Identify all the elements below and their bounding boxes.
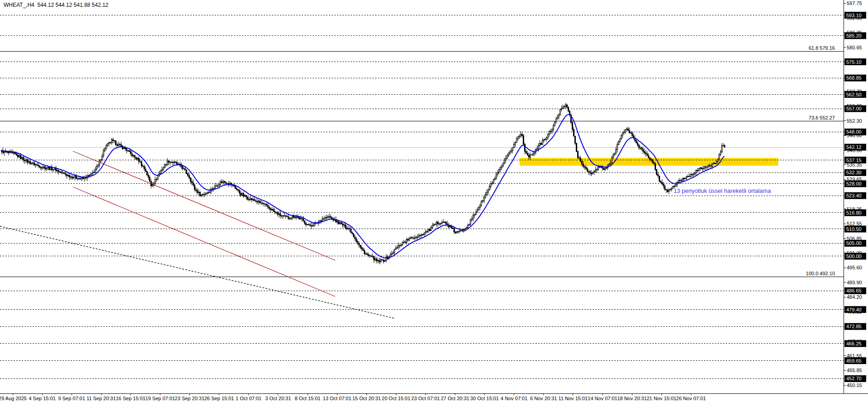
candle-body (701, 168, 702, 169)
candle-body (221, 182, 222, 182)
candle-body (407, 239, 408, 240)
candle-body (656, 170, 657, 175)
candle-body (723, 145, 723, 146)
candle-body (502, 163, 503, 166)
candle-body (475, 212, 476, 214)
candle-body (646, 153, 647, 155)
candle-body (413, 238, 414, 238)
candle-body (710, 166, 711, 166)
y-axis-badge: 459.65 (846, 358, 862, 364)
candle-body (357, 241, 358, 243)
candle-body (549, 132, 550, 134)
candle-body (362, 249, 363, 251)
candle-body (562, 107, 563, 108)
candle-body (409, 239, 410, 240)
candle-body (508, 153, 509, 156)
candle-body (319, 221, 320, 222)
candle-body (203, 195, 204, 195)
candle-body (425, 232, 426, 233)
y-axis-label: 484.20 (847, 294, 862, 300)
candle-body (292, 216, 293, 218)
candle-body (263, 204, 264, 204)
candle-body (74, 176, 75, 177)
price-chart-canvas[interactable]: 61.8 579.1673,6 552.27100.0 492.10597.75… (0, 0, 868, 402)
candle-body (530, 155, 530, 158)
candle-body (312, 225, 313, 226)
candle-body (95, 169, 96, 172)
candle-body (322, 219, 323, 221)
ema-line[interactable] (1, 115, 724, 258)
candle-body (599, 167, 600, 168)
candle-body (82, 178, 83, 178)
candle-body (661, 182, 662, 184)
candle-body (44, 167, 45, 169)
candle-body (377, 261, 378, 261)
candle-body (579, 158, 579, 158)
candle-body (282, 216, 283, 216)
candle-body (80, 178, 81, 179)
candle-body (611, 158, 612, 163)
candle-body (129, 151, 130, 152)
candle-body (614, 153, 615, 155)
candle-body (28, 162, 29, 163)
candle-body (6, 152, 7, 152)
candle-body (358, 244, 359, 245)
candle-body (526, 152, 526, 153)
candle-body (239, 190, 240, 193)
candle-body (396, 248, 397, 249)
candle-body (146, 171, 147, 175)
candle-body (265, 204, 265, 204)
y-axis-badge: 557.00 (846, 106, 862, 111)
candle-body (720, 152, 721, 155)
candle-body (439, 224, 439, 224)
candle-body (603, 168, 604, 170)
candle-body (668, 190, 669, 191)
candle-body (61, 172, 62, 172)
candle-body (343, 225, 344, 225)
fib-level-label: 73,6 552.27 (809, 115, 835, 120)
y-axis-badge: 532.30 (846, 170, 862, 175)
candle-body (307, 225, 308, 225)
candle-body (78, 178, 79, 179)
candle-body (32, 163, 33, 163)
candle-body (288, 217, 289, 219)
candle-body (689, 176, 690, 177)
candle-body (354, 237, 355, 239)
candle-body (149, 177, 150, 181)
candle-body (214, 186, 215, 188)
candle-body (63, 172, 64, 173)
candle-body (674, 187, 675, 187)
candle-body (581, 161, 582, 164)
candle-body (188, 175, 189, 177)
channel-upper-line[interactable] (73, 151, 335, 260)
candle-body (493, 180, 494, 183)
candle-body (216, 186, 217, 186)
candle-body (66, 175, 67, 176)
candle-body (379, 261, 380, 262)
candle-body (23, 158, 24, 160)
candle-body (224, 182, 225, 182)
candle-body (694, 173, 695, 174)
candle-body (366, 254, 367, 255)
candle-body (29, 162, 30, 164)
candle-body (246, 196, 246, 197)
candle-body (138, 158, 139, 162)
candle-body (38, 165, 39, 166)
candle-body (519, 136, 520, 137)
y-axis-badge: 479.40 (846, 307, 862, 312)
current-price-badge: 542.12 (846, 144, 862, 150)
candle-body (462, 230, 463, 231)
x-axis-date-label: 20 Oct 15:01 (382, 396, 410, 401)
candle-body (236, 188, 237, 189)
candle-body (384, 260, 385, 261)
candle-body (402, 242, 403, 244)
candle-body (256, 201, 257, 202)
candle-body (536, 149, 537, 149)
candle-body (553, 126, 554, 130)
candle-body (585, 167, 586, 168)
support-trendline-dashed[interactable] (0, 226, 394, 318)
channel-lower-line[interactable] (73, 187, 335, 297)
x-axis-date-label: 9 Sep 07:01 (58, 396, 85, 401)
candle-body (115, 141, 116, 145)
y-axis-badge: 593.10 (846, 13, 862, 18)
